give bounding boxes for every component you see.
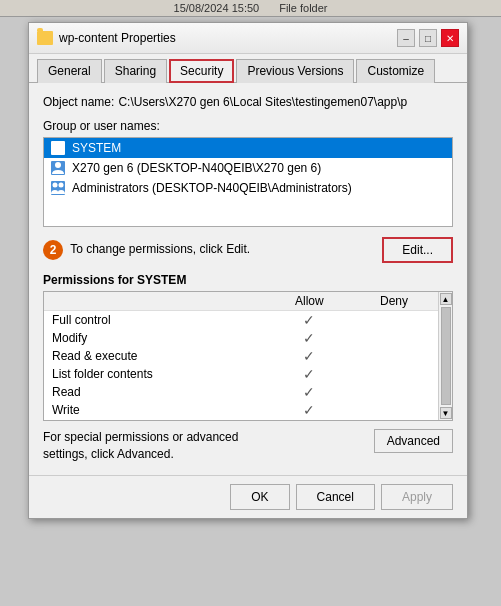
permissions-header: Permissions for SYSTEM	[43, 273, 453, 287]
maximize-button[interactable]: □	[419, 29, 437, 47]
dialog-title: wp-content Properties	[59, 31, 176, 45]
close-button[interactable]: ✕	[441, 29, 459, 47]
tab-general[interactable]: General	[37, 59, 102, 83]
perm-allow-fullcontrol: ✓	[267, 311, 352, 330]
tab-sharing[interactable]: Sharing	[104, 59, 167, 83]
edit-hint: 2 To change permissions, click Edit.	[43, 240, 250, 260]
svg-point-6	[59, 183, 64, 188]
svg-point-3	[55, 162, 61, 168]
user-name-x270: X270 gen 6 (DESKTOP-N40QEIB\X270 gen 6)	[72, 161, 321, 175]
user-icon-admins	[50, 180, 66, 196]
dialog-footer: OK Cancel Apply	[29, 475, 467, 518]
properties-dialog: wp-content Properties – □ ✕ General Shar…	[28, 22, 468, 519]
perm-deny-readexecute	[352, 347, 436, 365]
perm-row-read: Read ✓	[44, 383, 452, 401]
checkmark-fullcontrol-allow: ✓	[303, 312, 315, 328]
col-deny: Deny	[352, 292, 436, 311]
checkmark-write-allow: ✓	[303, 402, 315, 418]
perm-deny-fullcontrol	[352, 311, 436, 330]
perm-name-listfolder: List folder contents	[44, 365, 267, 383]
checkmark-listfolder-allow: ✓	[303, 366, 315, 382]
user-item-admins[interactable]: Administrators (DESKTOP-N40QEIB\Administ…	[44, 178, 452, 198]
perm-allow-read: ✓	[267, 383, 352, 401]
badge-2: 2	[43, 240, 63, 260]
user-name-admins: Administrators (DESKTOP-N40QEIB\Administ…	[72, 181, 352, 195]
datetime: 15/08/2024 15:50	[174, 2, 260, 14]
content-area: Object name: C:\Users\X270 gen 6\Local S…	[29, 83, 467, 475]
user-list[interactable]: SYSTEM X270 gen 6 (DESKTOP-N40QEIB\X270 …	[43, 137, 453, 227]
file-type: File folder	[279, 2, 327, 14]
user-icon-x270	[50, 160, 66, 176]
col-allow: Allow	[267, 292, 352, 311]
col-permission	[44, 292, 267, 311]
scroll-thumb[interactable]	[441, 307, 451, 405]
scroll-up-arrow[interactable]: ▲	[440, 293, 452, 305]
checkmark-modify-allow: ✓	[303, 330, 315, 346]
permissions-tbody: Full control ✓ Modify ✓ Read & e	[44, 311, 452, 420]
perm-deny-read	[352, 383, 436, 401]
tab-security[interactable]: Security	[169, 59, 234, 83]
permissions-thead: Allow Deny	[44, 292, 452, 311]
perm-deny-write	[352, 401, 436, 419]
svg-point-1	[55, 142, 61, 148]
svg-point-5	[53, 183, 58, 188]
permissions-scrollbar[interactable]: ▲ ▼	[438, 292, 452, 420]
minimize-button[interactable]: –	[397, 29, 415, 47]
apply-button[interactable]: Apply	[381, 484, 453, 510]
perm-row-write: Write ✓	[44, 401, 452, 419]
perm-allow-listfolder: ✓	[267, 365, 352, 383]
perm-name-fullcontrol: Full control	[44, 311, 267, 330]
checkmark-read-allow: ✓	[303, 384, 315, 400]
tab-customize[interactable]: Customize	[356, 59, 435, 83]
perm-row-readexecute: Read & execute ✓	[44, 347, 452, 365]
scroll-down-arrow[interactable]: ▼	[440, 407, 452, 419]
perm-allow-readexecute: ✓	[267, 347, 352, 365]
title-bar: wp-content Properties – □ ✕	[29, 23, 467, 54]
permissions-table: Allow Deny Full control ✓	[44, 292, 452, 419]
user-item-x270[interactable]: X270 gen 6 (DESKTOP-N40QEIB\X270 gen 6)	[44, 158, 452, 178]
permissions-table-wrap: Allow Deny Full control ✓	[43, 291, 453, 421]
title-controls: – □ ✕	[397, 29, 459, 47]
perm-deny-modify	[352, 329, 436, 347]
perm-deny-listfolder	[352, 365, 436, 383]
edit-row: 2 To change permissions, click Edit. Edi…	[43, 237, 453, 263]
title-bar-left: wp-content Properties	[37, 31, 176, 45]
object-name-row: Object name: C:\Users\X270 gen 6\Local S…	[43, 95, 453, 109]
perm-name-modify: Modify	[44, 329, 267, 347]
perm-allow-write: ✓	[267, 401, 352, 419]
perm-row-listfolder: List folder contents ✓	[44, 365, 452, 383]
group-label: Group or user names:	[43, 119, 453, 133]
perm-name-readexecute: Read & execute	[44, 347, 267, 365]
perm-row-fullcontrol: Full control ✓	[44, 311, 452, 330]
edit-button[interactable]: Edit...	[382, 237, 453, 263]
perm-allow-modify: ✓	[267, 329, 352, 347]
edit-hint-text: To change permissions, click Edit.	[70, 242, 250, 256]
tab-previous-versions[interactable]: Previous Versions	[236, 59, 354, 83]
taskbar-hint: 15/08/2024 15:50 File folder	[0, 0, 501, 17]
ok-button[interactable]: OK	[230, 484, 289, 510]
object-name-value: C:\Users\X270 gen 6\Local Sites\testinge…	[118, 95, 407, 109]
advanced-button[interactable]: Advanced	[374, 429, 453, 453]
advanced-row: For special permissions or advanced sett…	[43, 429, 453, 463]
user-item-system[interactable]: SYSTEM	[44, 138, 452, 158]
perm-name-read: Read	[44, 383, 267, 401]
perm-name-write: Write	[44, 401, 267, 419]
checkmark-readexecute-allow: ✓	[303, 348, 315, 364]
perm-row-modify: Modify ✓	[44, 329, 452, 347]
user-icon-system	[50, 140, 66, 156]
cancel-button[interactable]: Cancel	[296, 484, 375, 510]
object-name-label: Object name:	[43, 95, 114, 109]
advanced-hint: For special permissions or advanced sett…	[43, 429, 283, 463]
tabs-bar: General Sharing Security Previous Versio…	[29, 54, 467, 83]
folder-icon	[37, 31, 53, 45]
user-name-system: SYSTEM	[72, 141, 121, 155]
